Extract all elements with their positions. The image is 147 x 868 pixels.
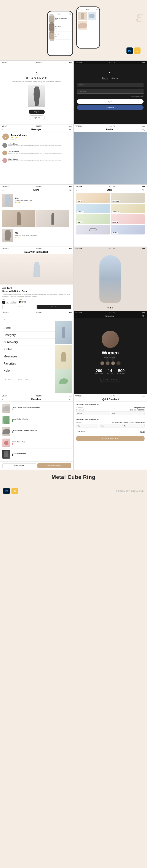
splash-signup-btn[interactable]: Sign Up [29, 115, 45, 120]
fav-item-3[interactable]: Lace — Lace Leather Sneakers [2, 426, 71, 437]
model-photo-screen: VIRGIN ♥ 4:21 PM ■■■ [73, 247, 147, 311]
cat-label-bags: BAGS [77, 221, 82, 223]
detail-back-icon[interactable]: ‹ [2, 251, 3, 253]
carrier-fav: VIRGIN ♥ [2, 395, 8, 397]
logout-link[interactable]: LOG OUT [18, 378, 28, 381]
time-splash: 4:21 PM [36, 61, 42, 63]
battery-msg: ■■■ [69, 125, 72, 127]
splash-logo: ε [3, 69, 70, 76]
women-nav-title: Category [105, 315, 114, 317]
profile-screen: VIRGIN ♥ 4:21 PM ■■■ ‹ Profile 🔍 John Ri… [73, 124, 147, 185]
message-item-1[interactable]: John Silver Lorem short dolor sit amet, … [2, 142, 71, 149]
fav-color-2 [12, 420, 14, 422]
splash-signin-btn[interactable]: Sign In [29, 110, 45, 114]
hero-section: ≡ Store 🔍 Wide-Cuff Cotton Shirt €29 [0, 0, 147, 60]
store-r-search-icon[interactable]: 🔍 [142, 189, 145, 191]
checkout-city[interactable]: City [76, 424, 98, 428]
cat-item-glass[interactable] [76, 225, 110, 235]
time-menu: 4:21 PM [36, 312, 42, 313]
facebook-btn[interactable]: Facebook [77, 105, 144, 110]
cat-item-bags[interactable]: BAGS [76, 214, 110, 224]
tab-signup[interactable]: Sign Up [112, 77, 119, 80]
size-color-row: Size S M L XL Color [2, 299, 71, 304]
message-item-3[interactable]: Elen Santos Lorem short dolor sit amet, … [2, 157, 71, 164]
profile-title: Profile [106, 128, 113, 131]
signin-btn[interactable]: Sign In [77, 99, 144, 104]
profile-search-icon[interactable]: 🔍 [142, 129, 145, 131]
fav-item-1[interactable]: Lace — Lace-up Leather Sneakers [2, 403, 71, 414]
women-content: W Women New Models 200 Product 14 Brand [74, 318, 147, 394]
password-field[interactable] [77, 89, 144, 94]
tab-signin[interactable]: Sign In [102, 77, 108, 80]
color-dot-tan[interactable] [21, 301, 24, 303]
detail-more-icon[interactable]: ⋯ [69, 251, 71, 253]
size-btn-s[interactable]: S [2, 301, 5, 304]
checkout-address-row: Address 1500 Bird Santa Monica, CA 2425 … [76, 422, 145, 424]
figure-silhouette [31, 87, 42, 106]
fav-sub-4 [12, 443, 71, 445]
add-to-cart-btn[interactable]: Add to Cart [38, 305, 71, 309]
store-r-menu-icon[interactable]: ≡ [76, 189, 77, 191]
cat-item-shoes[interactable]: SHOES [76, 204, 110, 213]
checkout-cvv[interactable]: 179 [111, 411, 145, 415]
checkout-expiration[interactable]: 06 / 18 [76, 411, 110, 415]
footer-brand-text: POOLBUDHA EXCLUSIVE [116, 490, 144, 492]
size-btn-m[interactable]: M [6, 301, 9, 304]
checkout-name-value: Sergey Gilov [134, 407, 145, 408]
cat-item-jackets[interactable]: JACKETS [111, 204, 145, 213]
detail-product-image [0, 254, 73, 284]
store-l-menu-icon[interactable]: ≡ [2, 189, 3, 191]
fav-color-3 [12, 431, 14, 433]
splash-figure [28, 86, 45, 107]
fav-filter-btn[interactable]: Color Patches [2, 463, 36, 468]
checkout-back-icon[interactable]: ‹ [76, 398, 76, 401]
time-profile: 4:21 PM [109, 125, 115, 127]
product-row-1[interactable]: €29 Wide-Cuff Cotton Shirt ★★★★ [2, 194, 71, 208]
size-btn-xl[interactable]: XL [14, 301, 17, 304]
cat-item-shoes2[interactable]: SHOES [111, 214, 145, 224]
product-rating-1: ★★★★ [15, 202, 71, 204]
checkout-name-row: First Name Sergey Gilov [76, 407, 145, 408]
hero-phone-2-screen: ≡ Store 🔍 [77, 7, 99, 48]
color-dot-dark[interactable] [19, 301, 21, 303]
total-value: €23 [140, 431, 145, 434]
checkout-state[interactable]: State [99, 424, 121, 428]
color-dot-blue[interactable] [24, 301, 26, 303]
checkout-address-value: 1500 Bird Santa Monica, CA 2425 Untitled… [112, 422, 145, 424]
stat-brand-label: Brand [107, 373, 113, 374]
product-info-2: €70 PERFECT QUALITY DRESS ★★★ [15, 232, 71, 238]
profile-back-icon[interactable]: ‹ [76, 129, 76, 131]
product-name-2: PERFECT QUALITY DRESS [15, 235, 71, 237]
fav-back-icon[interactable]: ‹ [2, 398, 3, 401]
cat-item-clocks[interactable]: CLOCKS [111, 193, 145, 203]
fav-more-icon[interactable]: ⋯ [69, 398, 71, 401]
messages-back-icon[interactable]: ‹ [2, 129, 3, 131]
checkout-zip[interactable]: Zip [122, 424, 145, 428]
settings-link[interactable]: SETTINGS [3, 378, 15, 381]
screens-row-3: VIRGIN ♥ 4:21 PM ■■■ ≡ Store 🔍 €29 Wide-… [0, 185, 147, 247]
detail-nav: ‹ Dress With Button Back ⋯ [0, 250, 73, 254]
message-item-2[interactable]: Juli Soircová Lorem short dolor sit amet… [2, 149, 71, 157]
scroll-down-btn[interactable]: SCROLL DOWN [100, 378, 121, 382]
product-row-2[interactable]: €70 PERFECT QUALITY DRESS ★★★ [2, 229, 71, 243]
fav-name-3: Lace — Lace Leather Sneakers [12, 430, 71, 431]
cat-label-jackets: JACKETS [112, 211, 120, 213]
store-l-search-icon[interactable]: 🔍 [69, 189, 71, 191]
women-search-icon[interactable]: 🔍 [142, 315, 145, 317]
fav-item-4[interactable]: Heart Color Mug [2, 437, 71, 449]
size-btn-l[interactable]: L [10, 301, 13, 304]
women-face-image [102, 331, 119, 348]
fav-add-all-btn[interactable]: Add to Cart All Items [38, 463, 71, 468]
women-back-icon[interactable]: ‹ [76, 315, 76, 317]
fav-item-2[interactable]: Long Cotton Shorts [2, 414, 71, 426]
messages-compose-icon[interactable]: ✏ [69, 129, 71, 131]
add-to-favorites-btn[interactable]: Add to Favorites [2, 305, 36, 309]
fav-color-4 [12, 443, 14, 444]
email-field[interactable] [77, 83, 144, 87]
fav-item-5[interactable]: Curved Backpack [2, 449, 71, 460]
place-order-btn[interactable]: Place Order [76, 436, 145, 441]
cat-item-hats[interactable]: HATS [76, 193, 110, 203]
cat-item-jeans[interactable]: JEANS [111, 225, 145, 235]
status-bar-splash: VIRGIN ♥ 4:21 PM ■■■ [0, 61, 73, 64]
forgot-password-link[interactable]: Forgot password? [77, 95, 144, 97]
